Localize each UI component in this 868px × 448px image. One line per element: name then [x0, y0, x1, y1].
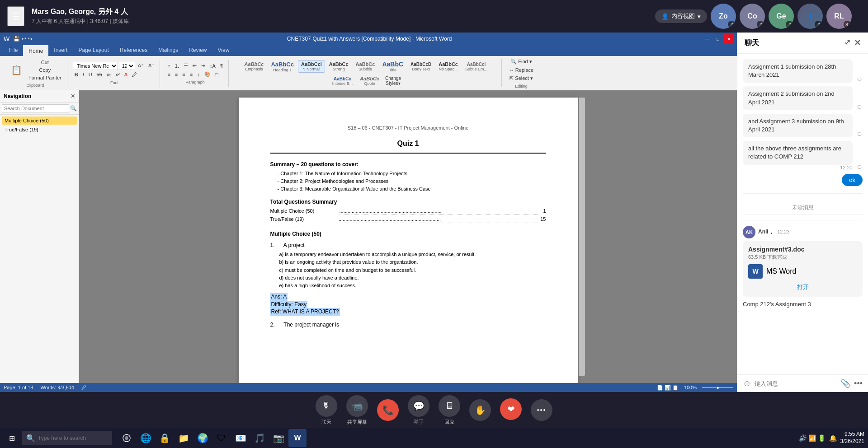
tab-mailings[interactable]: Mailings — [153, 45, 184, 56]
taskbar-search-input[interactable] — [38, 435, 108, 441]
borders-button[interactable]: □ — [213, 71, 220, 78]
copy-button[interactable]: Copy — [27, 66, 63, 74]
nav-search-input[interactable] — [2, 104, 69, 112]
emoji-button[interactable]: ☺ — [743, 379, 751, 388]
restore-button[interactable]: □ — [713, 34, 722, 43]
word-document[interactable]: S18 – 06 - CNET307 - IT Project Manageme… — [239, 98, 578, 383]
font-color-button[interactable]: A — [123, 71, 129, 78]
zoom-slider[interactable]: ────●──── — [702, 385, 733, 390]
content-view-button[interactable]: 👤 内容视图 ▾ — [655, 9, 707, 23]
align-center-button[interactable]: ≡ — [173, 71, 179, 78]
tab-page-layout[interactable]: Page Layout — [73, 45, 114, 56]
increase-indent-button[interactable]: ⇥ — [199, 62, 207, 70]
taskbar-app-mail[interactable]: 📧 — [231, 429, 250, 447]
underline-button[interactable]: U — [87, 71, 94, 78]
taskbar-app-groove[interactable]: 🎵 — [250, 429, 269, 447]
reaction-icon-1[interactable]: ☺ — [856, 75, 863, 83]
nav-item-true-false[interactable]: True/False (19) — [2, 126, 77, 134]
format-painter-button[interactable]: Format Painter — [27, 74, 63, 81]
change-styles-button[interactable]: ChangeStyles▾ — [383, 75, 403, 87]
more-options-button[interactable]: ••• — [531, 399, 552, 421]
chat-input-field[interactable] — [755, 380, 837, 387]
style-strong[interactable]: AaBbCc Strong — [326, 60, 352, 73]
multilevel-button[interactable]: ☰ — [182, 62, 190, 70]
quick-access-undo[interactable]: ↩ — [22, 36, 26, 42]
style-intense-e[interactable]: AaBbCc Intense E... — [329, 75, 356, 87]
bold-button[interactable]: B — [73, 71, 80, 78]
sort-button[interactable]: ↕A — [208, 62, 217, 70]
italic-button[interactable]: I — [81, 71, 86, 78]
participant-avatar-rl[interactable]: RL 🔇 — [826, 4, 852, 29]
close-button[interactable]: ✕ — [724, 34, 733, 43]
font-name-selector[interactable]: Times New Roman — [73, 62, 118, 70]
replace-button[interactable]: ↔ Replace — [507, 66, 535, 74]
cut-button[interactable]: Cut — [27, 59, 63, 66]
chat-resize-icon[interactable]: ⤢ — [844, 38, 850, 48]
reaction-icon-3[interactable]: ☺ — [856, 130, 863, 137]
strikethrough-button[interactable]: ab — [95, 71, 104, 78]
taskbar-app-lock[interactable]: 🔒 — [156, 429, 174, 447]
taskbar-clock[interactable]: 9:55 AM 3/26/2021 — [840, 431, 864, 445]
paste-button[interactable]: 📋 — [7, 64, 26, 76]
style-subtitle[interactable]: AaBbCc Subtitle — [353, 60, 378, 73]
align-left-button[interactable]: ≡ — [165, 71, 172, 78]
video-button[interactable]: 📹 共享屏幕 — [346, 395, 368, 425]
style-quote[interactable]: AaBbCc Quote — [357, 75, 382, 87]
taskbar-notification-icon[interactable]: 🔔 — [829, 434, 837, 442]
reaction-icon-2[interactable]: ☺ — [856, 103, 863, 110]
reaction-button[interactable]: ❤ — [500, 398, 522, 422]
share-screen-button[interactable]: 🖥 回应 — [439, 395, 460, 425]
tab-file[interactable]: File — [4, 45, 23, 56]
quick-access-redo[interactable]: ↪ — [28, 36, 33, 42]
word-scroll-area[interactable]: S18 – 06 - CNET307 - IT Project Manageme… — [79, 90, 737, 383]
font-size-selector[interactable]: 12 — [119, 62, 135, 70]
font-grow-button[interactable]: A⁺ — [136, 62, 146, 70]
tab-references[interactable]: References — [114, 45, 153, 56]
style-normal[interactable]: AaBbCcI ¶ Normal — [298, 60, 325, 73]
nav-item-multiple-choice[interactable]: Multiple Choice (50) — [2, 117, 77, 125]
taskbar-app-store[interactable]: 🛡 — [212, 429, 231, 447]
line-spacing-button[interactable]: ↕ — [195, 71, 202, 78]
raise-hand-button[interactable]: ✋ — [469, 399, 491, 421]
style-heading1[interactable]: AaBbCc Heading 1 — [268, 60, 297, 74]
taskbar-app-word[interactable]: W — [288, 429, 307, 447]
chat-more-button[interactable]: ••• — [854, 379, 863, 388]
style-emphasis[interactable]: AaBbCc Emphasis — [241, 60, 267, 73]
style-subtle-em[interactable]: AaBbCcI Subtle Em... — [462, 61, 491, 73]
start-button[interactable]: ⊞ — [4, 430, 20, 446]
subscript-button[interactable]: x₂ — [105, 71, 113, 79]
tab-home[interactable]: Home — [23, 45, 48, 56]
select-button[interactable]: ⇱ Select ▾ — [507, 75, 535, 82]
taskbar-app-camera[interactable]: 📷 — [269, 429, 288, 447]
chat-button[interactable]: 💬 举手 — [408, 395, 429, 425]
shading-button[interactable]: 🎨 — [203, 70, 212, 78]
reaction-icon-4[interactable]: ☺ — [856, 163, 863, 170]
participant-avatar-co[interactable]: Co 🎤 — [740, 4, 765, 29]
numbering-button[interactable]: 1. — [173, 62, 181, 70]
tab-insert[interactable]: Insert — [48, 45, 73, 56]
nav-close-icon[interactable]: ✕ — [71, 93, 75, 99]
minimize-button[interactable]: ─ — [703, 34, 712, 43]
font-shrink-button[interactable]: A⁻ — [146, 62, 156, 70]
hamburger-button[interactable]: ☰ — [7, 6, 24, 26]
align-right-button[interactable]: ≡ — [180, 71, 187, 78]
style-title[interactable]: AaBbC Title — [379, 59, 406, 74]
chat-messages[interactable]: Assignment 1 submission on 28th March 20… — [737, 54, 868, 374]
taskbar-app-chrome[interactable]: 🌐 — [137, 429, 155, 447]
participant-avatar-ge[interactable]: Ge 🎤 — [769, 4, 794, 29]
taskbar-app-cortana[interactable] — [118, 429, 136, 447]
participant-avatar-zo[interactable]: Zo 🎤 — [711, 4, 736, 29]
show-hide-button[interactable]: ¶ — [218, 62, 225, 70]
find-button[interactable]: 🔍 Find ▾ — [507, 58, 535, 65]
mute-button[interactable]: 🎙 联天 — [316, 395, 337, 425]
open-file-button[interactable]: 打开 — [748, 282, 857, 292]
taskbar-app-edge[interactable]: 🌍 — [193, 429, 212, 447]
tab-review[interactable]: Review — [184, 45, 212, 56]
decrease-indent-button[interactable]: ⇤ — [191, 62, 198, 70]
highlight-button[interactable]: 🖊 — [130, 71, 139, 78]
justify-button[interactable]: ≡ — [188, 71, 194, 78]
superscript-button[interactable]: x² — [113, 71, 121, 78]
bullets-button[interactable]: ≡ — [165, 62, 172, 70]
taskbar-search-area[interactable]: 🔍 — [22, 431, 112, 445]
quick-access-save[interactable]: 💾 — [13, 36, 20, 42]
